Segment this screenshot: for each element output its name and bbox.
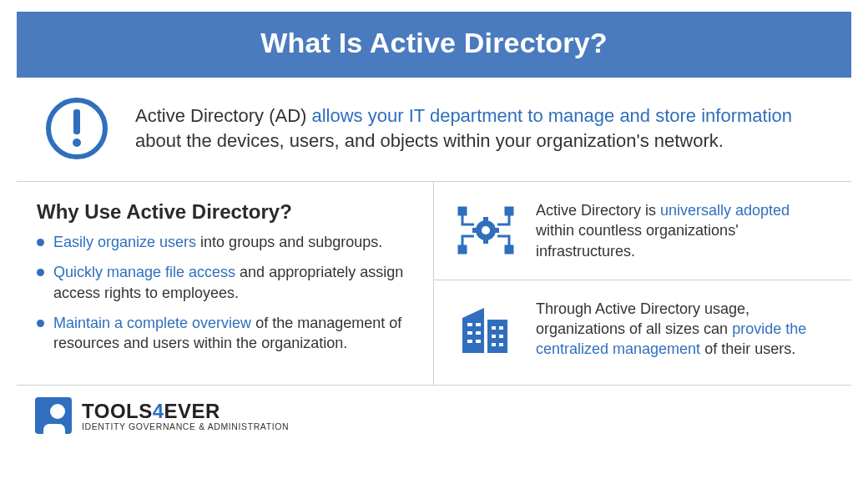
exclamation-circle-icon [40,96,114,161]
svg-rect-26 [499,343,503,346]
intro-section: Active Directory (AD) allows your IT dep… [17,78,851,182]
svg-marker-13 [462,308,484,353]
logo-text: TOOLS4EVER IDENTITY GOVERNANCE & ADMINIS… [82,400,289,431]
brand-post: EVER [164,400,220,422]
svg-point-2 [73,139,81,147]
list-item: Maintain a complete overview of the mana… [37,313,405,354]
svg-rect-17 [467,331,472,335]
page-title: What Is Active Directory? [25,27,843,59]
feature-pre: Through Active Directory usage, organiza… [536,300,749,337]
intro-text: Active Directory (AD) allows your IT dep… [135,103,828,153]
brand-name: TOOLS4EVER [82,400,289,423]
svg-rect-23 [492,335,496,338]
why-column: Why Use Active Directory? Easily organiz… [17,182,434,385]
svg-rect-10 [483,239,488,244]
svg-rect-18 [476,331,481,335]
svg-rect-19 [467,340,472,343]
bullet-highlight: Easily organize users [53,234,196,250]
svg-rect-11 [472,228,477,233]
features-column: Active Directory is universally adopted … [434,182,851,385]
svg-rect-4 [459,246,466,253]
svg-rect-21 [492,326,496,330]
svg-rect-24 [499,335,503,338]
buildings-icon [454,301,517,356]
why-title: Why Use Active Directory? [37,200,405,224]
bullet-highlight: Maintain a complete overview [53,315,251,331]
network-gear-icon [454,204,517,256]
intro-post: about the devices, users, and objects wi… [135,130,724,151]
svg-rect-3 [459,208,466,214]
brand-tagline: IDENTITY GOVERNANCE & ADMINISTRATION [82,421,289,431]
svg-rect-22 [499,326,503,330]
feature-text: Active Directory is universally adopted … [536,200,831,261]
svg-rect-15 [467,323,472,326]
bullet-highlight: Quickly manage file access [53,264,235,280]
feature-post: within countless organizations' infrastr… [536,222,739,259]
svg-rect-5 [506,208,512,214]
svg-rect-14 [487,320,507,353]
bullet-rest: into groups and subgroups. [196,234,382,250]
feature-centralized: Through Active Directory usage, organiza… [434,280,851,378]
footer: TOOLS4EVER IDENTITY GOVERNANCE & ADMINIS… [17,386,851,434]
feature-text: Through Active Directory usage, organiza… [536,299,831,360]
brand-pre: TOOLS [82,400,153,422]
svg-rect-12 [494,228,499,233]
feature-highlight: universally adopted [660,202,790,219]
list-item: Easily organize users into groups and su… [37,232,405,252]
logo-mark-icon [35,397,72,434]
body-columns: Why Use Active Directory? Easily organiz… [17,182,851,386]
banner: What Is Active Directory? [17,12,851,78]
svg-point-8 [482,226,490,234]
intro-pre: Active Directory (AD) [135,105,311,126]
feature-post: of their users. [700,340,795,357]
svg-rect-20 [476,340,481,343]
svg-rect-16 [476,323,481,326]
svg-rect-6 [506,246,512,253]
feature-adoption: Active Directory is universally adopted … [434,182,851,280]
svg-rect-9 [483,217,488,222]
feature-pre: Active Directory is [536,202,660,219]
intro-highlight: allows your IT department to manage and … [311,105,792,126]
svg-rect-25 [492,343,496,346]
brand-mid: 4 [153,400,164,422]
infographic-card: What Is Active Directory? Active Directo… [17,12,851,434]
why-list: Easily organize users into groups and su… [37,232,405,353]
svg-rect-1 [73,109,80,134]
list-item: Quickly manage file access and appropria… [37,262,405,303]
